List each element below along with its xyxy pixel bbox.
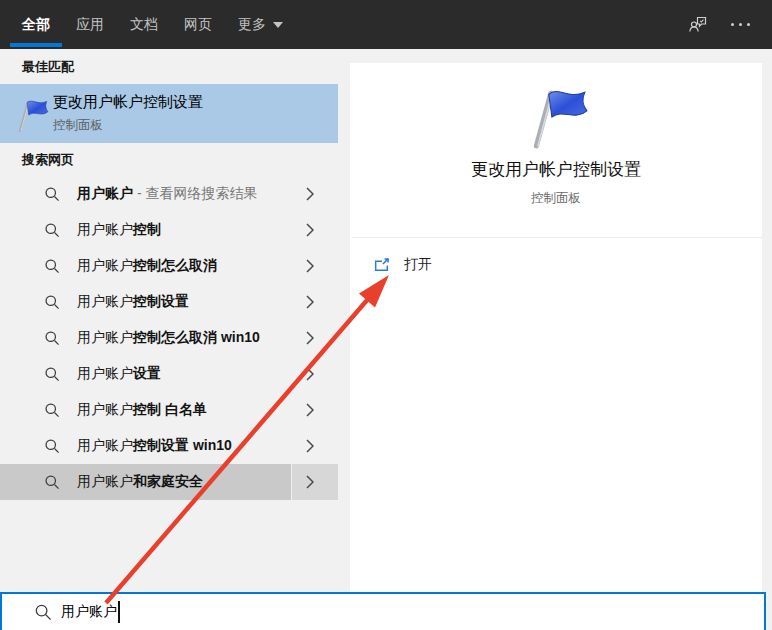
suggestion-text: 用户账户控制 [77,221,161,239]
web-suggestion-row[interactable]: 用户账户控制 白名单 [0,392,338,428]
text-cursor [118,601,120,623]
chevron-cell[interactable] [291,464,338,500]
search-icon [34,603,52,621]
web-suggestion-row[interactable]: 用户账户设置 [0,356,338,392]
open-label: 打开 [404,256,432,274]
tab-label: 应用 [76,16,104,34]
chevron-right-icon[interactable] [306,259,314,273]
chevron-down-icon [273,22,283,28]
search-icon [44,222,60,238]
chevron-right-icon[interactable] [306,187,314,201]
uac-flag-icon [13,96,49,138]
divider [352,237,762,238]
preview-panel: 更改用户帐户控制设置 控制面板 打开 [350,63,762,592]
search-icon [44,474,60,490]
suggestion-text: 用户账户设置 [77,365,161,383]
web-suggestion-row[interactable]: 用户账户 - 查看网络搜索结果 [0,176,338,212]
web-suggestion-row[interactable]: 用户账户控制怎么取消 win10 [0,320,338,356]
tab-4[interactable]: 更多 [238,0,283,49]
suggestion-text: 用户账户控制设置 win10 [77,437,232,455]
search-icon [44,186,60,202]
tab-label: 全部 [22,16,50,34]
chevron-right-icon[interactable] [306,295,314,309]
suggestion-text: 用户账户控制怎么取消 [77,257,217,275]
preview-subtitle: 控制面板 [350,190,762,207]
search-box[interactable]: 用户账户 [0,592,766,630]
ellipsis-icon[interactable] [731,23,750,26]
filter-tabs: 全部应用文档网页更多 [0,0,309,49]
suggestion-text: 用户账户 - 查看网络搜索结果 [77,185,257,203]
web-search-header: 搜索网页 [22,151,74,169]
search-icon [44,330,60,346]
chevron-right-icon[interactable] [306,475,314,489]
tab-0[interactable]: 全部 [22,0,50,49]
chevron-right-icon[interactable] [306,223,314,237]
tab-1[interactable]: 应用 [76,0,104,49]
topbar-icons [687,12,772,38]
search-icon [44,366,60,382]
user-feedback-icon[interactable] [687,12,709,38]
web-suggestion-row[interactable]: 用户账户和家庭安全 [0,464,338,500]
chevron-right-icon[interactable] [306,403,314,417]
chevron-right-icon[interactable] [306,439,314,453]
web-suggestion-row[interactable]: 用户账户控制设置 [0,284,338,320]
web-suggestion-row[interactable]: 用户账户控制设置 win10 [0,428,338,464]
tab-label: 网页 [184,16,212,34]
best-match-result[interactable]: 更改用户帐户控制设置 控制面板 [0,84,338,143]
tab-label: 文档 [130,16,158,34]
tab-label: 更多 [238,16,266,34]
suggestion-text: 用户账户和家庭安全 [77,473,203,491]
best-match-header: 最佳匹配 [22,58,74,76]
best-match-subtitle: 控制面板 [53,117,103,134]
search-icon [44,258,60,274]
tab-3[interactable]: 网页 [184,0,212,49]
suggestion-text: 用户账户控制 白名单 [77,401,207,419]
suggestion-text: 用户账户控制怎么取消 win10 [77,329,260,347]
search-icon [44,402,60,418]
uac-flag-icon [523,84,589,154]
best-match-title: 更改用户帐户控制设置 [53,93,203,112]
open-action[interactable]: 打开 [350,249,762,281]
preview-title: 更改用户帐户控制设置 [350,158,762,181]
web-suggestions-list: 用户账户 - 查看网络搜索结果用户账户控制用户账户控制怎么取消用户账户控制设置用… [0,176,338,500]
tab-2[interactable]: 文档 [130,0,158,49]
search-input-value[interactable]: 用户账户 [61,603,117,621]
chevron-right-icon[interactable] [306,367,314,381]
suggestion-text: 用户账户控制设置 [77,293,189,311]
search-icon [44,438,60,454]
web-suggestion-row[interactable]: 用户账户控制怎么取消 [0,248,338,284]
search-topbar: 全部应用文档网页更多 [0,0,772,49]
web-suggestion-row[interactable]: 用户账户控制 [0,212,338,248]
chevron-right-icon[interactable] [306,331,314,345]
search-icon [44,294,60,310]
open-external-icon [373,257,390,273]
